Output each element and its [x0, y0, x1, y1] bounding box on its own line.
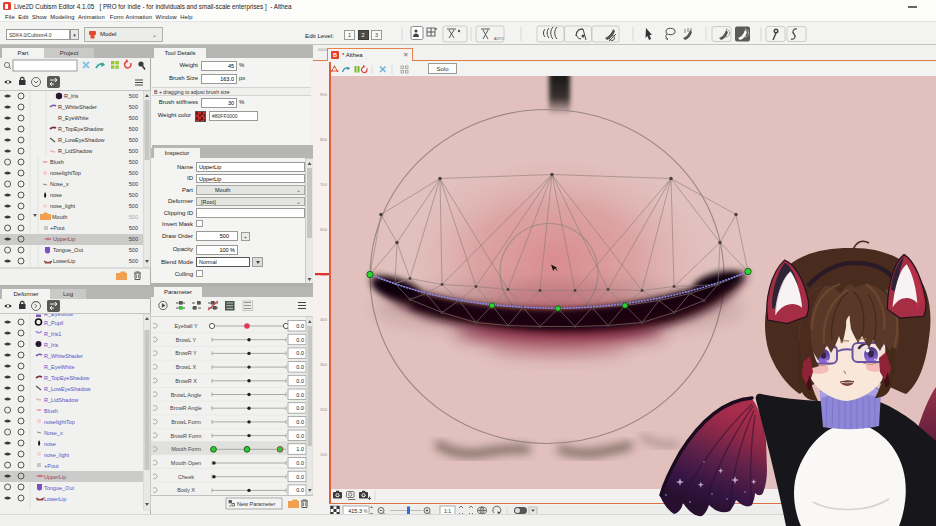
svg-text:R_WhiteShader: R_WhiteShader [58, 104, 97, 110]
svg-text:500: 500 [129, 203, 138, 209]
svg-text:+Pout: +Pout [50, 225, 65, 231]
svg-text:0.0: 0.0 [296, 323, 304, 329]
svg-text:R_LidShadow: R_LidShadow [44, 397, 78, 403]
svg-text:500: 500 [129, 93, 138, 99]
svg-text:Body X: Body X [177, 487, 195, 493]
svg-text:Cheek: Cheek [178, 474, 194, 480]
svg-text:300: 300 [320, 362, 328, 367]
svg-text:New Parameter: New Parameter [237, 501, 275, 507]
svg-text:0.0: 0.0 [296, 405, 304, 411]
svg-text:R_Iris: R_Iris [64, 93, 79, 99]
svg-text:noselightTop: noselightTop [50, 170, 81, 176]
svg-text:500: 500 [129, 247, 138, 253]
svg-text:600: 600 [320, 227, 328, 232]
svg-text:0.0: 0.0 [296, 474, 304, 480]
svg-text:nose: nose [44, 441, 56, 447]
svg-text:1000: 1000 [318, 47, 328, 52]
svg-text:500: 500 [129, 137, 138, 143]
svg-text:500: 500 [129, 104, 138, 110]
svg-text:Mouth: Mouth [52, 214, 67, 220]
svg-text:900: 900 [320, 92, 328, 97]
svg-text:R_TopEyeShadow: R_TopEyeShadow [58, 126, 103, 132]
svg-text:500: 500 [129, 170, 138, 176]
svg-text:Blush: Blush [50, 159, 64, 165]
svg-text:R_Pupil: R_Pupil [44, 320, 63, 326]
svg-text:1.0: 1.0 [296, 446, 304, 452]
svg-text:100: 100 [320, 452, 328, 457]
svg-text:500: 500 [129, 236, 138, 242]
svg-text:1:1: 1:1 [444, 508, 451, 514]
svg-text:Mouth Form: Mouth Form [171, 446, 201, 452]
svg-text:BrowL Angle: BrowL Angle [171, 392, 202, 398]
svg-text:R_LowEyeShadow: R_LowEyeShadow [58, 137, 105, 143]
svg-text:BrowL Form: BrowL Form [171, 419, 201, 425]
svg-text:R_LidShadow: R_LidShadow [58, 148, 92, 154]
svg-text:nose: nose [50, 192, 62, 198]
svg-text:BrowL X: BrowL X [176, 364, 197, 370]
svg-text:500: 500 [129, 181, 138, 187]
svg-text:BrowR X: BrowR X [175, 378, 197, 384]
svg-text:AUTO: AUTO [494, 37, 504, 41]
svg-text:UpperLip: UpperLip [53, 236, 75, 242]
svg-text:0.0: 0.0 [296, 392, 304, 398]
svg-text:R_EyeWhite: R_EyeWhite [58, 115, 89, 121]
svg-text:0.0: 0.0 [296, 487, 304, 493]
svg-text:700: 700 [320, 182, 328, 187]
svg-text:0.0: 0.0 [296, 337, 304, 343]
svg-text:500: 500 [129, 159, 138, 165]
svg-text:R_EyeWhite: R_EyeWhite [44, 364, 75, 370]
svg-text:500: 500 [129, 192, 138, 198]
svg-text:400: 400 [320, 317, 328, 322]
svg-text:Nose_x: Nose_x [44, 430, 63, 436]
svg-text:noselightTop: noselightTop [44, 419, 75, 425]
svg-text:R_WhiteShader: R_WhiteShader [44, 353, 83, 359]
svg-text:0.0: 0.0 [296, 364, 304, 370]
svg-text:+Pout: +Pout [44, 463, 59, 469]
svg-text:500: 500 [129, 115, 138, 121]
svg-text:0.0: 0.0 [296, 433, 304, 439]
svg-text:200: 200 [320, 407, 328, 412]
svg-text:R_Iris: R_Iris [44, 342, 59, 348]
svg-text:UpperLip: UpperLip [44, 474, 66, 480]
svg-text:0.0: 0.0 [296, 350, 304, 356]
svg-text:Tongue_Out: Tongue_Out [44, 485, 74, 491]
svg-text:BrowL Y: BrowL Y [176, 337, 197, 343]
svg-text:R_Iris1: R_Iris1 [44, 331, 61, 337]
svg-text:R_LowEyeShadow: R_LowEyeShadow [44, 386, 91, 392]
svg-text:nose_light: nose_light [44, 452, 70, 458]
svg-text:BrowR Y: BrowR Y [175, 350, 197, 356]
svg-text:Eyeball Y: Eyeball Y [174, 323, 197, 329]
svg-text:BrowR Form: BrowR Form [171, 433, 202, 439]
svg-text:Blush: Blush [44, 408, 58, 414]
svg-text:500: 500 [129, 214, 138, 220]
svg-text:500: 500 [129, 225, 138, 231]
svg-text:%: % [364, 509, 368, 514]
svg-text:LowerLip: LowerLip [53, 258, 75, 264]
svg-text:0.0: 0.0 [296, 460, 304, 466]
svg-text:500: 500 [129, 258, 138, 264]
svg-text:Nose_x: Nose_x [50, 181, 69, 187]
svg-text:R_TopEyeShadow: R_TopEyeShadow [44, 375, 89, 381]
svg-text:nose_light: nose_light [50, 203, 76, 209]
svg-text:LowerLip: LowerLip [44, 496, 66, 502]
svg-text:415.3: 415.3 [348, 508, 362, 514]
svg-text:BrowR Angle: BrowR Angle [170, 405, 202, 411]
svg-text:Mouth Open: Mouth Open [171, 460, 201, 466]
svg-text:500: 500 [129, 148, 138, 154]
svg-text:Tongue_Out: Tongue_Out [53, 247, 83, 253]
svg-text:0.0: 0.0 [296, 378, 304, 384]
svg-text:500: 500 [129, 126, 138, 132]
svg-text:0.0: 0.0 [296, 419, 304, 425]
svg-text:800: 800 [320, 137, 328, 142]
